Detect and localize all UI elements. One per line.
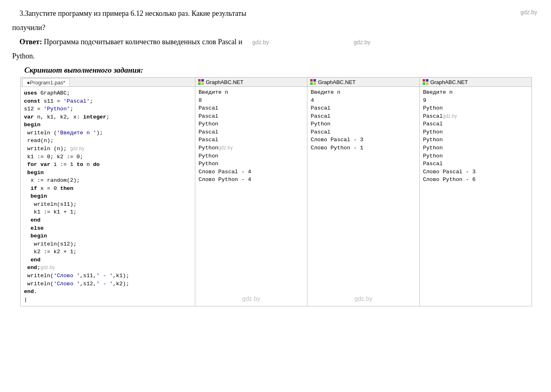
svg-rect-2: [201, 79, 204, 82]
output-title-2: GraphABC.NET: [318, 79, 355, 85]
code-line: x := random(2);: [24, 177, 192, 185]
output-line: Python: [423, 136, 528, 144]
code-line: s12 = 'Python';: [24, 105, 192, 113]
graphabc-icon-3: [422, 79, 429, 85]
output-line: 4: [311, 97, 416, 105]
output-line: Pascal: [199, 104, 304, 112]
watermark-panel1: gdz.by: [195, 291, 307, 306]
output-body-3: Введите n 9 Python Pascalgdz.by Pascal P…: [420, 87, 532, 306]
code-line: writeln(s11);: [24, 200, 192, 209]
output-line: Слово Python - 4: [199, 176, 304, 184]
svg-rect-9: [313, 82, 316, 85]
code-line: else: [24, 224, 192, 233]
output-line: Python: [423, 104, 528, 112]
output-body-2: Введите n 4 Pascal Pascal Python Pascal …: [307, 87, 419, 291]
output-line: Введите n: [311, 88, 416, 97]
output-body-1: Введите n 8 Pascal Pascal Python Pascal …: [195, 87, 307, 291]
code-line: const s11 = 'Pascal';: [24, 97, 192, 106]
code-line: writeln(s12);: [24, 240, 192, 248]
watermark-2: gdz.by: [252, 38, 269, 47]
output-line: Введите n: [423, 88, 528, 97]
code-line: if x = 0 then: [24, 185, 192, 193]
output-line: Pythongdz.by: [199, 144, 304, 152]
screenshot-container: ●Program1.pas* uses GraphABC; const s11 …: [20, 77, 532, 306]
tab-bar: ●Program1.pas*: [21, 78, 195, 87]
output-header-3: GraphABC.NET: [420, 78, 532, 87]
output-line: Pascalgdz.by: [423, 112, 528, 121]
code-line: uses GraphABC;: [24, 89, 192, 97]
output-line: Слово Pascal - 3: [423, 168, 528, 176]
output-title-3: GraphABC.NET: [430, 79, 468, 85]
code-line: begin: [24, 121, 192, 129]
watermark-panel2: gdz.by: [307, 291, 419, 306]
code-line: writeln ('Введите n ');: [24, 129, 192, 137]
code-line: var n, k1, k2, x: integer;: [24, 113, 192, 121]
code-line: writeln('Слово ',s12,' - ',k2);: [24, 280, 192, 288]
question-line2: получили?: [12, 22, 539, 33]
svg-rect-13: [423, 82, 425, 85]
output-line: 8: [199, 97, 304, 105]
code-body: uses GraphABC; const s11 = 'Pascal'; s12…: [21, 87, 195, 306]
graphabc-icon-2: [310, 79, 316, 85]
svg-rect-1: [198, 79, 201, 82]
code-tab[interactable]: ●Program1.pas*: [22, 78, 70, 86]
svg-rect-14: [426, 82, 428, 85]
code-line: writeln (n); gdz.by: [24, 145, 192, 153]
code-panel: ●Program1.pas* uses GraphABC; const s11 …: [21, 78, 195, 306]
code-line: end: [24, 216, 192, 224]
code-line: for var i := 1 to n do: [24, 161, 192, 169]
output-line: Слово Python - 1: [311, 144, 416, 152]
code-line: end;gdz.by: [24, 264, 192, 272]
output-line: Python: [199, 152, 304, 160]
output-header-2: GraphABC.NET: [307, 78, 419, 87]
code-line: read(n);: [24, 137, 192, 145]
svg-rect-4: [201, 82, 204, 85]
code-cursor: |: [24, 296, 192, 304]
svg-rect-12: [426, 79, 428, 82]
output-line: Pascal: [199, 128, 304, 136]
watermark-3: gdz.by: [354, 38, 370, 47]
answer-line2: Python.: [12, 51, 539, 62]
question-text: 3.Запустите программу из примера 6.12 не…: [12, 8, 539, 19]
output-line: Python: [423, 152, 528, 160]
output-panel-3: GraphABC.NET Введите n 9 Python Pascalgd…: [420, 78, 532, 306]
question-body: Запустите программу из примера 6.12 неск…: [25, 9, 246, 17]
output-line: Python: [423, 144, 528, 152]
svg-rect-11: [423, 79, 425, 82]
watermark-1: gdz.by: [521, 8, 537, 17]
code-line: begin: [24, 169, 192, 177]
code-line: end.: [24, 288, 192, 296]
output-line: Pascal: [311, 112, 416, 121]
output-line: Pascal: [423, 120, 528, 128]
code-line: k1 := k1 + 1;: [24, 208, 192, 216]
output-line: 9: [423, 97, 528, 105]
output-line: Слово Python - 6: [423, 176, 528, 184]
svg-rect-8: [310, 82, 313, 85]
svg-rect-7: [313, 79, 316, 82]
output-line: Pascal: [199, 136, 304, 144]
output-line: Слово Pascal - 4: [199, 168, 304, 176]
output-line: Python: [311, 120, 416, 128]
svg-rect-6: [310, 79, 313, 82]
code-line: begin: [24, 192, 192, 200]
output-panel-1: GraphABC.NET Введите n 8 Pascal Pascal P…: [195, 78, 307, 306]
output-header-1: GraphABC.NET: [195, 78, 307, 87]
svg-rect-3: [198, 82, 201, 85]
code-line: begin: [24, 232, 192, 240]
question-number: 3.: [19, 9, 25, 17]
output-panel-2: GraphABC.NET Введите n 4 Pascal Pascal P…: [307, 78, 419, 306]
output-line: Pascal: [311, 128, 416, 136]
answer-text: Ответ: Программа подсчитывает количество…: [12, 37, 539, 47]
output-line: Python: [199, 160, 304, 168]
output-title-1: GraphABC.NET: [206, 79, 243, 85]
output-line: Pascal: [423, 160, 528, 168]
screenshot-label: Скриншот выполненного задания:: [24, 66, 539, 75]
output-line: Pascal: [311, 104, 416, 112]
output-line: Введите n: [199, 88, 304, 97]
code-line: end: [24, 256, 192, 264]
graphabc-icon-1: [198, 79, 204, 85]
code-line: k2 := k2 + 1;: [24, 248, 192, 256]
code-line: writeln('Слово ',s11,' - ',k1);: [24, 272, 192, 280]
answer-label: Ответ:: [19, 38, 42, 46]
output-panels: GraphABC.NET Введите n 8 Pascal Pascal P…: [195, 78, 532, 306]
